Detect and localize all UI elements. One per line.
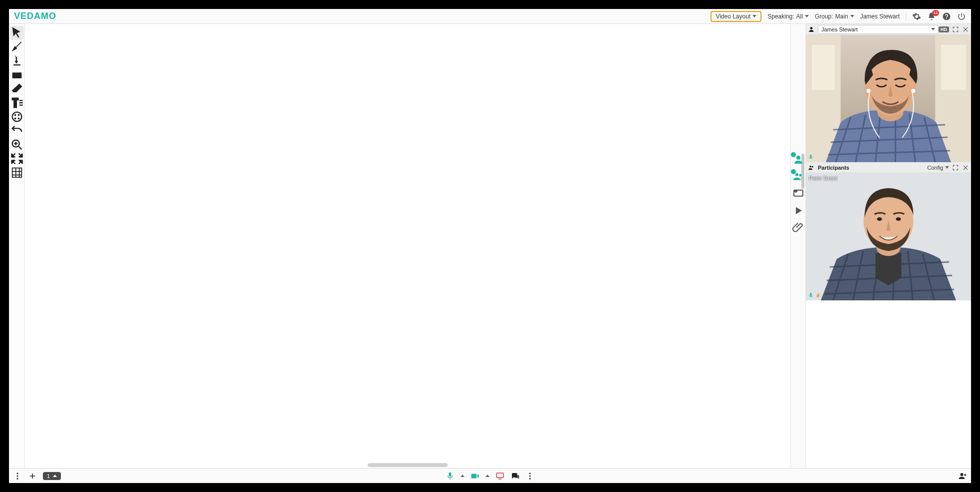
self-video-header: James Stewart HD (806, 24, 971, 35)
svg-point-22 (810, 165, 812, 167)
config-label: Config (927, 165, 943, 171)
header-right: Video Layout Speaking: All Group: Main J… (711, 11, 971, 22)
participant-video-tile[interactable]: Peter Grant (806, 173, 971, 300)
status-dot-icon (791, 169, 796, 174)
self-name-select[interactable]: James Stewart (818, 25, 939, 34)
bottom-bar: 1 (9, 468, 971, 483)
play-icon[interactable] (792, 205, 804, 217)
participants-title: Participants (818, 165, 849, 171)
group-label: Group: (815, 13, 833, 20)
page-indicator[interactable]: 1 (43, 472, 61, 480)
svg-point-11 (794, 190, 797, 193)
participants-config-dropdown[interactable]: Config (927, 165, 949, 171)
participant-name-overlay: Peter Grant (809, 175, 837, 181)
self-video-tile[interactable] (806, 35, 971, 162)
svg-point-4 (14, 118, 16, 120)
power-icon[interactable] (957, 12, 966, 21)
chevron-up-icon[interactable] (486, 475, 490, 477)
svg-point-34 (529, 475, 531, 477)
screen-share-side-icon[interactable] (792, 188, 804, 200)
camera-icon[interactable] (471, 472, 480, 481)
expand-icon[interactable] (952, 26, 959, 33)
right-panel: James Stewart HD (805, 24, 971, 468)
user-menu[interactable]: James Stewart (860, 13, 900, 20)
status-dot-icon (791, 152, 796, 157)
screen-share-icon[interactable] (495, 472, 504, 481)
chevron-down-icon (931, 28, 935, 30)
whiteboard-canvas[interactable] (25, 24, 790, 468)
svg-point-5 (17, 118, 19, 120)
chat-icon[interactable] (510, 472, 519, 481)
grid-tool[interactable] (10, 166, 24, 180)
svg-point-21 (911, 89, 915, 93)
chevron-down-icon (945, 166, 949, 169)
svg-point-33 (529, 473, 531, 474)
close-icon[interactable] (962, 164, 969, 171)
participants-header: Participants Config (806, 162, 971, 173)
expand-icon[interactable] (952, 164, 959, 171)
person-icon (808, 26, 815, 33)
speaking-value: All (796, 13, 803, 20)
help-icon[interactable] (942, 12, 951, 21)
chevron-down-icon (850, 15, 854, 17)
close-icon[interactable] (962, 26, 969, 33)
svg-point-1 (12, 112, 21, 122)
user-name: James Stewart (860, 13, 900, 20)
add-page-icon[interactable] (28, 472, 37, 481)
notification-badge: 11 (932, 10, 939, 16)
speaking-dropdown[interactable]: Speaking: All (767, 13, 809, 20)
chevron-up-icon[interactable] (461, 475, 465, 477)
mic-active-icon (808, 292, 814, 298)
chevron-up-icon (53, 475, 57, 477)
text-tool[interactable] (10, 96, 24, 110)
svg-point-30 (17, 475, 18, 477)
svg-point-28 (896, 218, 901, 221)
svg-point-23 (812, 166, 813, 167)
zoom-tool[interactable] (10, 138, 24, 152)
svg-rect-17 (941, 45, 966, 90)
more-vertical-icon[interactable] (13, 472, 22, 481)
group-icon (808, 164, 815, 171)
notifications-icon[interactable]: 11 (927, 12, 936, 21)
svg-point-3 (17, 114, 19, 116)
chat-group-icon[interactable] (792, 171, 804, 183)
svg-point-12 (810, 27, 813, 29)
pointer-tool[interactable] (10, 26, 24, 40)
chevron-down-icon (752, 15, 756, 17)
video-layout-label: Video Layout (716, 13, 750, 20)
svg-point-36 (961, 473, 964, 476)
add-participant-icon[interactable] (958, 472, 967, 481)
svg-point-20 (867, 89, 871, 93)
svg-point-29 (17, 473, 18, 474)
chevron-down-icon (805, 15, 809, 17)
self-name: James Stewart (821, 26, 858, 32)
page-number: 1 (47, 473, 50, 479)
video-layout-dropdown[interactable]: Video Layout (711, 11, 761, 22)
horizontal-scrollbar[interactable] (368, 463, 448, 467)
right-panel-filler (806, 300, 971, 468)
svg-point-7 (796, 156, 800, 160)
attachment-icon[interactable] (792, 222, 804, 234)
more-vertical-icon[interactable] (525, 472, 534, 481)
shape-tool[interactable] (10, 68, 24, 82)
color-tool[interactable] (10, 110, 24, 124)
hd-badge: HD (939, 26, 949, 32)
brush-tool[interactable] (10, 40, 24, 54)
svg-rect-32 (496, 473, 503, 478)
svg-point-2 (14, 114, 16, 116)
settings-icon[interactable] (912, 12, 921, 21)
side-tab-bar (790, 24, 805, 468)
whiteboard-toolbar (9, 24, 25, 468)
svg-point-35 (529, 478, 531, 479)
chat-person-icon[interactable] (792, 154, 804, 166)
eraser-tool[interactable] (10, 82, 24, 96)
fit-tool[interactable] (10, 152, 24, 166)
speaking-label: Speaking: (767, 13, 794, 20)
svg-rect-16 (812, 45, 835, 90)
group-dropdown[interactable]: Group: Main (815, 13, 854, 20)
svg-rect-0 (12, 72, 21, 78)
mic-icon[interactable] (446, 472, 455, 481)
pointer-presenter-tool[interactable] (10, 54, 24, 68)
undo-tool[interactable] (10, 124, 24, 138)
logo: VEDAMO (9, 11, 61, 21)
